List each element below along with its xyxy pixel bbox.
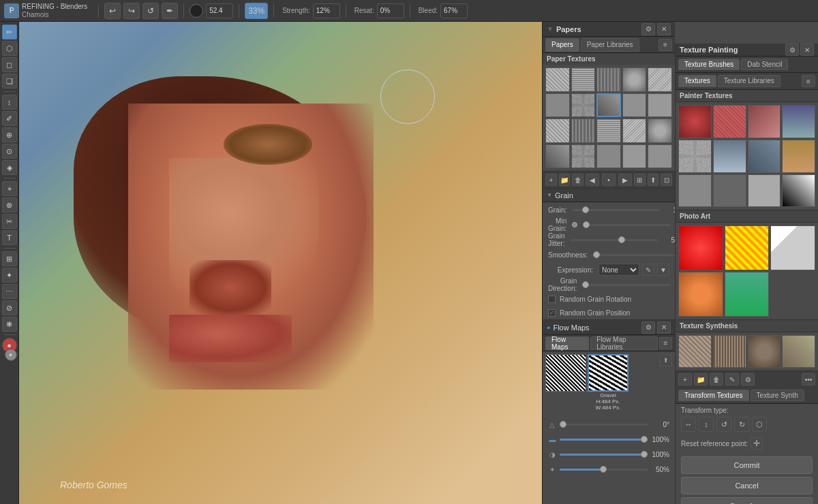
papers-tab-libraries[interactable]: Paper Libraries (581, 38, 639, 52)
bleed-input[interactable] (440, 3, 468, 18)
texture-subtab-libraries[interactable]: Texture Libraries (718, 75, 781, 87)
photo-art-1[interactable] (678, 225, 723, 270)
tex-synth-3[interactable] (748, 335, 781, 368)
papers-next-btn[interactable]: ▶ (618, 174, 632, 186)
tool-add[interactable]: ⊕ (2, 127, 17, 142)
tool-shape[interactable]: ⬡ (2, 41, 17, 56)
flowmap-import-btn[interactable]: ⬆ (660, 354, 672, 366)
fm-angle-slider[interactable] (560, 424, 648, 426)
texture-thumb-19[interactable] (622, 144, 647, 169)
tex-synth-edit[interactable]: ✎ (725, 373, 739, 385)
tool-cross[interactable]: ◈ (2, 160, 17, 175)
painter-tex-10[interactable] (713, 174, 746, 208)
photo-art-4[interactable] (678, 272, 723, 317)
painter-tex-6[interactable] (713, 140, 746, 173)
tool-select[interactable]: ◻ (2, 57, 17, 72)
tool-crop[interactable]: ⊗ (2, 198, 17, 212)
tex-synth-4[interactable] (782, 335, 815, 368)
tool-eye[interactable]: ⊘ (2, 300, 17, 315)
cancel-button[interactable]: Cancel (681, 477, 813, 494)
tool-star[interactable]: ✦ (2, 268, 17, 283)
tex-synth-dots[interactable]: ••• (802, 373, 815, 385)
papers-nav-dot[interactable]: • (602, 174, 616, 186)
random-rotation-checkbox[interactable] (548, 296, 556, 303)
expression-edit-btn[interactable]: ✎ (642, 264, 654, 276)
flowmap-thumb-1[interactable] (545, 354, 586, 392)
opacity-button[interactable]: 33% (245, 3, 268, 19)
painter-tex-1[interactable] (678, 105, 712, 138)
painter-tex-11[interactable] (748, 174, 781, 208)
texture-thumb-4[interactable] (622, 67, 647, 92)
texture-thumb-13[interactable] (596, 119, 621, 143)
texture-thumb-10[interactable] (648, 93, 672, 118)
papers-prev-btn[interactable]: ◀ (586, 174, 599, 186)
tool-color2[interactable]: ● (5, 349, 17, 361)
tex-synth-add[interactable]: + (678, 373, 692, 385)
random-position-checkbox[interactable] (548, 309, 556, 317)
photo-art-5[interactable] (725, 272, 770, 317)
fm-brightness-slider[interactable] (560, 469, 648, 471)
papers-tab-menu[interactable]: ≡ (658, 39, 672, 51)
texture-thumb-9[interactable] (622, 93, 647, 118)
texture-panel-close[interactable]: ✕ (800, 44, 814, 56)
painter-tex-9[interactable] (678, 174, 712, 208)
fm-contrast-slider[interactable] (560, 454, 648, 456)
smoothness-slider[interactable] (593, 254, 681, 256)
strength-input[interactable] (313, 3, 340, 18)
papers-delete-btn[interactable]: 🗑 (572, 174, 584, 186)
flowmaps-tab-maps[interactable]: Flow Maps (545, 336, 589, 350)
texture-thumb-2[interactable] (571, 67, 596, 92)
transform-icon-fit[interactable]: ⬡ (752, 417, 767, 432)
grain-jitter-slider[interactable] (570, 239, 658, 241)
texture-thumb-1[interactable] (545, 67, 570, 92)
papers-folder-btn[interactable]: 📁 (559, 174, 571, 186)
texture-subtab-textures[interactable]: Textures (678, 75, 716, 87)
texture-thumb-16[interactable] (545, 144, 570, 169)
tex-synth-settings[interactable]: ⚙ (741, 373, 755, 385)
expression-select[interactable]: None (599, 264, 639, 276)
save-as-button[interactable]: Save As... (681, 497, 813, 504)
tool-pen[interactable]: ✐ (2, 111, 17, 126)
commit-button[interactable]: Commit (681, 456, 813, 474)
transform-icon-rotccw[interactable]: ↻ (734, 417, 749, 432)
flowmaps-settings-btn[interactable]: ⚙ (641, 321, 655, 334)
fm-scale-slider[interactable] (560, 439, 648, 441)
restore-button[interactable]: ↺ (142, 3, 159, 19)
texture-tab-stencil[interactable]: Dab Stencil (741, 59, 788, 70)
grain-header[interactable]: ▼ Grain (543, 189, 675, 202)
resat-input[interactable] (377, 3, 404, 18)
papers-add-btn[interactable]: + (545, 174, 557, 186)
texture-tab-brushes[interactable]: Texture Brushes (678, 59, 740, 70)
papers-scale-btn[interactable]: ⊡ (661, 174, 672, 186)
tool-more[interactable]: ⋯ (2, 284, 17, 299)
painter-tex-12[interactable] (782, 174, 815, 208)
tool-scissors[interactable]: ✂ (2, 214, 17, 229)
tool-flower[interactable]: ❋ (2, 317, 17, 332)
transform-tab-synth[interactable]: Texture Synth (751, 390, 804, 401)
painter-tex-4[interactable] (782, 105, 815, 138)
stylus-button[interactable]: ✒ (162, 3, 178, 19)
flowmap-selected-thumb[interactable] (588, 354, 628, 392)
texture-thumb-6[interactable] (545, 93, 570, 118)
texture-thumb-8[interactable] (596, 93, 621, 118)
flowmaps-tab-menu[interactable]: ≡ (659, 337, 672, 349)
texture-panel-settings[interactable]: ⚙ (785, 44, 799, 56)
papers-panel-settings[interactable]: ⚙ (641, 23, 655, 35)
grain-direction-slider[interactable] (582, 284, 670, 286)
tex-synth-2[interactable] (713, 335, 746, 368)
painter-tex-2[interactable] (713, 105, 746, 138)
texture-thumb-14[interactable] (622, 119, 647, 143)
tex-synth-delete[interactable]: 🗑 (710, 373, 723, 385)
papers-tab-papers[interactable]: Papers (545, 38, 579, 52)
undo-button[interactable]: ↩ (104, 3, 121, 19)
papers-view-btn[interactable]: ⊞ (634, 174, 646, 186)
flowmaps-close-btn[interactable]: ✕ (657, 321, 671, 334)
expression-menu-btn[interactable]: ▼ (657, 264, 669, 276)
photo-art-3[interactable] (770, 225, 815, 270)
painter-tex-7[interactable] (748, 140, 781, 173)
tool-grid[interactable]: ⊞ (2, 251, 17, 266)
tool-transform[interactable]: ❏ (2, 74, 17, 89)
papers-collapse-arrow[interactable]: ▼ (547, 25, 554, 33)
painter-tex-5[interactable] (678, 140, 712, 173)
texture-thumb-5[interactable] (648, 67, 672, 92)
